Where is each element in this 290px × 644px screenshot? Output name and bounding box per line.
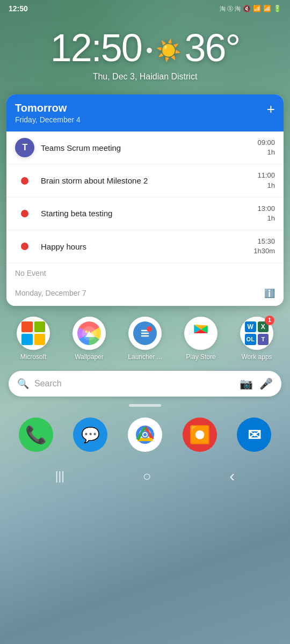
calendar-events: T Teams Scrum meeting 09:00 1h Brain sto… [6, 131, 284, 306]
wifi-icon: 📶 [253, 5, 261, 12]
search-input[interactable]: Search [34, 379, 234, 389]
dock-phone[interactable]: 📞 [19, 418, 53, 452]
dock-messages[interactable]: 💬 [73, 418, 107, 452]
app-playstore[interactable]: Play Store [177, 317, 224, 362]
navigation-bar: ||| ○ ‹ [0, 457, 290, 499]
future-date-row: Monday, December 7 ℹ️ [6, 283, 284, 306]
app-microsoft[interactable]: Microsoft [10, 317, 57, 362]
home-button[interactable]: ○ [136, 465, 158, 488]
messages-icon: 💬 [73, 418, 107, 452]
camera-icon: ⏺️ [183, 418, 217, 452]
calendar-tomorrow-label: Tomorrow [15, 102, 81, 114]
teams-icon: T [15, 138, 34, 157]
event-time: 15:30 1h30m [253, 237, 275, 256]
recents-button[interactable]: ||| [49, 466, 71, 486]
clock-time: 12:50 • ☀️ 36° [0, 26, 290, 70]
search-bar[interactable]: 🔍 Search 📷 🎤 [9, 371, 281, 397]
calendar-section-date: Friday, December 4 [15, 115, 81, 124]
search-icon: 🔍 [17, 378, 29, 390]
wallpaper-icon-inner [77, 321, 101, 345]
clock-dot-separator: • [146, 39, 152, 62]
dock-camera[interactable]: ⏺️ [183, 418, 217, 452]
taobao-icon: 淘 ⓢ 淘 [220, 5, 241, 13]
event-dot [21, 243, 28, 250]
playstore-icon [184, 317, 218, 350]
event-time: 13:00 1h [257, 204, 275, 223]
event-item[interactable]: Starting beta testing 13:00 1h [6, 197, 284, 230]
event-title: Teams Scrum meeting [41, 143, 251, 152]
app-row: Microsoft Wallpaper [0, 306, 290, 367]
dock-chrome[interactable] [128, 418, 162, 452]
event-time: 11:00 1h [257, 171, 275, 190]
launcher-label: Launcher ... [128, 353, 162, 362]
svg-point-3 [85, 330, 88, 333]
dock-outlook[interactable]: ✉ [237, 418, 271, 452]
svg-point-15 [143, 433, 147, 436]
calendar-add-button[interactable]: + [267, 102, 275, 116]
workapps-label: Work apps [241, 353, 272, 362]
mute-icon: 🔇 [243, 5, 251, 12]
status-time: 12:50 [9, 4, 28, 13]
no-event-label: No Event [6, 264, 284, 283]
status-icons: 淘 ⓢ 淘 🔇 📶 📶 🔋 [220, 5, 281, 13]
weather-sun-icon: ☀️ [156, 39, 180, 62]
camera-search-icon[interactable]: 📷 [240, 377, 253, 390]
event-item[interactable]: Brain storm about Milestone 2 11:00 1h [6, 164, 284, 197]
launcher-icon [128, 317, 162, 350]
app-workapps[interactable]: W X OL T 1 Work apps [233, 317, 280, 362]
event-title: Brain storm about Milestone 2 [41, 176, 251, 185]
clock-date: Thu, Dec 3, Haidian District [0, 72, 290, 82]
workapps-icon: W X OL T 1 [240, 317, 273, 350]
app-dock: 📞 💬 ⏺️ [0, 410, 290, 457]
event-time: 09:00 1h [257, 138, 275, 157]
home-bar [129, 404, 161, 407]
home-indicator [0, 397, 290, 410]
wallpaper-label: Wallpaper [75, 353, 104, 362]
event-dot [21, 177, 28, 185]
workapps-badge: 1 [265, 316, 274, 325]
status-bar: 12:50 淘 ⓢ 淘 🔇 📶 📶 🔋 [0, 0, 290, 15]
search-right-actions: 📷 🎤 [240, 377, 273, 390]
event-item[interactable]: Happy hours 15:30 1h30m [6, 230, 284, 263]
back-button[interactable]: ‹ [223, 464, 241, 488]
outlook-icon: ✉ [237, 418, 271, 452]
playstore-label: Play Store [186, 353, 215, 362]
microsoft-label: Microsoft [20, 353, 47, 362]
chrome-icon [128, 418, 162, 452]
wallpaper-app-icon [73, 317, 106, 350]
app-wallpaper[interactable]: Wallpaper [66, 317, 113, 362]
clock-widget: 12:50 • ☀️ 36° Thu, Dec 3, Haidian Distr… [0, 15, 290, 87]
calendar-widget: Tomorrow Friday, December 4 + T Teams Sc… [6, 94, 284, 306]
signal-icon: 📶 [263, 5, 271, 12]
battery-icon: 🔋 [273, 5, 281, 12]
calendar-header-left: Tomorrow Friday, December 4 [15, 102, 81, 124]
calendar-header: Tomorrow Friday, December 4 + [6, 94, 284, 131]
event-dot [21, 210, 28, 217]
event-title: Starting beta testing [41, 209, 251, 218]
temperature-value: 36° [184, 26, 240, 70]
microphone-search-icon[interactable]: 🎤 [259, 377, 273, 390]
calendar-info-icon: ℹ️ [264, 288, 275, 298]
microsoft-icon [17, 317, 50, 350]
event-item[interactable]: T Teams Scrum meeting 09:00 1h [6, 131, 284, 164]
clock-hour-minute: 12:50 [50, 26, 142, 70]
event-title: Happy hours [41, 242, 247, 251]
future-date-label: Monday, December 7 [15, 289, 86, 297]
phone-icon: 📞 [19, 418, 53, 452]
svg-point-5 [147, 326, 152, 332]
app-launcher[interactable]: Launcher ... [121, 317, 169, 362]
